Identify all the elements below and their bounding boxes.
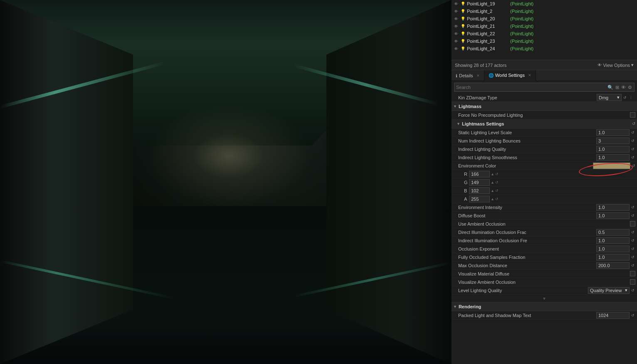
static-lighting-scale-row: Static Lighting Level Scale ↺ <box>452 128 637 137</box>
tab-world-settings[interactable]: 🌐 World Settings ✕ <box>484 70 536 81</box>
visualize-material-diffuse-checkbox[interactable] <box>630 271 635 276</box>
packed-light-shadow-map-reset-icon[interactable]: ↺ <box>630 313 635 318</box>
num-indirect-bounces-reset-icon[interactable]: ↺ <box>630 138 635 143</box>
packed-light-shadow-map-row: Packed Light and Shadow Map Text ↺ <box>452 311 637 320</box>
b-reset-icon[interactable]: ↺ <box>495 189 499 193</box>
lightmass-section-header[interactable]: ▼ Lightmass <box>452 102 637 111</box>
actor-name: PointLight_22 <box>467 31 509 36</box>
num-indirect-bounces-input[interactable] <box>596 138 630 144</box>
r-up-icon[interactable]: ▲ <box>491 172 494 176</box>
lightmass-settings-reset-icon[interactable]: ↺ <box>632 121 635 126</box>
details-tab-close[interactable]: ✕ <box>477 74 480 78</box>
visibility-icon[interactable]: 👁 <box>453 16 459 22</box>
occlusion-exponent-reset-icon[interactable]: ↺ <box>630 246 635 251</box>
environment-intensity-input[interactable] <box>596 204 630 211</box>
direct-illumination-occlusion-input[interactable] <box>596 229 630 236</box>
actor-list-item[interactable]: 👁 💡 PointLight_2 (PointLight) <box>452 7 637 15</box>
indirect-lighting-smoothness-input[interactable] <box>596 154 630 161</box>
properties-panel[interactable]: 🔍 ⊞ 👁 ⚙ Kin ZDamage Type Dmg ▾ ↺ ⋮ ▼ Lig… <box>452 81 637 364</box>
use-ambient-occlusion-checkbox[interactable] <box>630 221 635 226</box>
b-input[interactable] <box>469 187 490 194</box>
static-lighting-scale-reset-icon[interactable]: ↺ <box>630 130 635 135</box>
environment-color-reset-icon[interactable]: ↺ <box>632 164 635 168</box>
actor-list-item[interactable]: 👁 💡 PointLight_19 (PointLight) <box>452 0 637 7</box>
lightmass-settings-collapse-icon: ▼ <box>457 122 460 126</box>
property-matrix-icon[interactable]: ⊞ <box>615 84 620 91</box>
tab-details[interactable]: ℹ Details ✕ <box>452 70 484 81</box>
indirect-lighting-smoothness-reset-icon[interactable]: ↺ <box>630 155 635 160</box>
indirect-lighting-quality-input[interactable] <box>596 146 630 152</box>
light-icon: 💡 <box>460 46 465 51</box>
visualize-material-diffuse-label: Visualize Material Diffuse <box>458 271 630 276</box>
max-occlusion-distance-row: Max Occlusion Distance ↺ <box>452 261 637 270</box>
dropdown-arrow-icon: ▾ <box>617 95 620 100</box>
diffuse-boost-row: Diffuse Boost ↺ <box>452 212 637 220</box>
occlusion-exponent-input[interactable] <box>596 246 630 252</box>
direct-illumination-occlusion-reset-icon[interactable]: ↺ <box>630 230 635 235</box>
occlusion-exponent-row: Occlusion Exponent ↺ <box>452 245 637 253</box>
max-occlusion-distance-input[interactable] <box>596 262 630 269</box>
settings-icon[interactable]: ⚙ <box>627 84 632 91</box>
g-reset-icon[interactable]: ↺ <box>495 180 499 184</box>
level-lighting-quality-reset-icon[interactable]: ↺ <box>630 288 635 293</box>
level-lighting-quality-dropdown[interactable]: Quality Preview ▾ <box>588 287 630 294</box>
actor-type: (PointLight) <box>510 24 533 29</box>
search-input[interactable] <box>456 85 607 90</box>
diffuse-boost-input[interactable] <box>596 212 630 219</box>
corridor-left-wall <box>0 0 133 364</box>
a-up-icon[interactable]: ▲ <box>491 197 494 201</box>
world-settings-tab-close[interactable]: ✕ <box>528 73 531 77</box>
lightmass-settings-header[interactable]: ▼ Lightmass Settings ↺ <box>452 119 637 128</box>
environment-color-swatch[interactable] <box>593 162 630 169</box>
actor-list-item[interactable]: 👁 💡 PointLight_24 (PointLight) <box>452 45 637 52</box>
b-up-icon[interactable]: ▲ <box>491 189 494 193</box>
view-options-button[interactable]: 👁 View Options ▾ <box>597 62 634 68</box>
actor-list-item[interactable]: 👁 💡 PointLight_21 (PointLight) <box>452 22 637 30</box>
actor-list-item[interactable]: 👁 💡 PointLight_23 (PointLight) <box>452 37 637 45</box>
fully-occluded-samples-reset-icon[interactable]: ↺ <box>630 255 635 260</box>
kin-zdamage-value[interactable]: Dmg ▾ <box>597 94 622 101</box>
visibility-icon[interactable]: 👁 <box>453 8 459 14</box>
visibility-icon[interactable]: 👁 <box>453 46 459 52</box>
force-no-precomputed-checkbox[interactable] <box>630 112 635 118</box>
filter-icon[interactable]: 👁 <box>621 84 626 90</box>
static-lighting-scale-input[interactable] <box>596 129 630 136</box>
corridor-window-glow <box>146 104 312 208</box>
indirect-illumination-occlusion-reset-icon[interactable]: ↺ <box>630 238 635 243</box>
kin-zdamage-row: Kin ZDamage Type Dmg ▾ ↺ ⋮ <box>452 93 637 102</box>
search-icon[interactable]: 🔍 <box>607 84 614 91</box>
visualize-ambient-occlusion-checkbox[interactable] <box>630 279 635 285</box>
visibility-icon[interactable]: 👁 <box>453 38 459 44</box>
actor-list-item[interactable]: 👁 💡 PointLight_22 (PointLight) <box>452 30 637 37</box>
diffuse-boost-reset-icon[interactable]: ↺ <box>630 213 635 218</box>
a-input[interactable] <box>469 196 490 202</box>
environment-color-label: Environment Color <box>458 163 593 168</box>
kin-zdamage-extra-icon[interactable]: ⋮ <box>628 95 634 100</box>
actor-list-item[interactable]: 👁 💡 PointLight_20 (PointLight) <box>452 15 637 22</box>
visibility-icon[interactable]: 👁 <box>453 1 459 7</box>
light-icon: 💡 <box>460 1 465 6</box>
visualize-material-diffuse-row: Visualize Material Diffuse <box>452 270 637 278</box>
light-icon: 💡 <box>460 24 465 29</box>
visibility-icon[interactable]: 👁 <box>453 31 459 37</box>
r-input[interactable] <box>469 171 490 177</box>
visibility-icon[interactable]: 👁 <box>453 23 459 29</box>
lightmass-collapse-icon: ▼ <box>453 104 457 108</box>
a-reset-icon[interactable]: ↺ <box>495 197 499 201</box>
environment-intensity-label: Environment Intensity <box>458 205 596 210</box>
rendering-section-header[interactable]: ▼ Rendering <box>452 302 637 311</box>
kin-zdamage-reset-icon[interactable]: ↺ <box>622 95 627 100</box>
indirect-illumination-occlusion-input[interactable] <box>596 237 630 244</box>
kin-zdamage-label: Kin ZDamage Type <box>458 95 597 100</box>
r-reset-icon[interactable]: ↺ <box>495 172 499 176</box>
g-up-icon[interactable]: ▲ <box>491 180 494 184</box>
actor-name: PointLight_21 <box>467 24 509 29</box>
packed-light-shadow-map-input[interactable] <box>596 312 630 319</box>
environment-intensity-reset-icon[interactable]: ↺ <box>630 205 635 210</box>
fully-occluded-samples-input[interactable] <box>596 254 630 261</box>
g-input[interactable] <box>469 179 490 186</box>
max-occlusion-distance-reset-icon[interactable]: ↺ <box>630 263 635 268</box>
scroll-down-icon: ▼ <box>542 296 546 301</box>
indirect-lighting-quality-reset-icon[interactable]: ↺ <box>630 147 635 152</box>
light-icon: 💡 <box>460 39 465 44</box>
